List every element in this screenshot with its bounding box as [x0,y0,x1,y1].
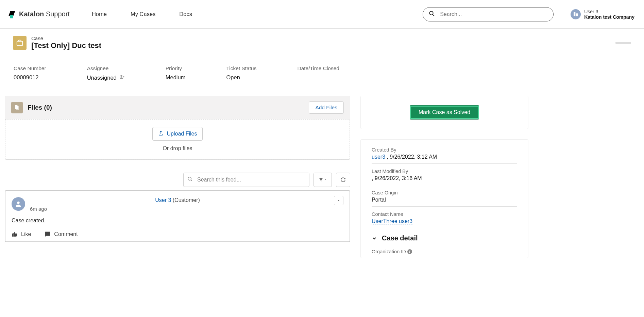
upload-files-button[interactable]: Upload Files [152,127,203,141]
user-name: User 3 [584,9,634,14]
like-button[interactable]: Like [12,231,31,237]
case-heading: Case [Test Only] Duc test [31,35,101,50]
nav-docs[interactable]: Docs [179,11,192,17]
case-detail-toggle[interactable]: Case detail [372,234,517,242]
details-panel: Created By user3 , 9/26/2022, 3:12 AM La… [360,139,528,258]
company-avatar-icon [571,9,581,19]
comment-icon [45,231,51,237]
comment-button[interactable]: Comment [45,231,78,237]
files-icon [11,102,23,113]
user-company: Katalon test Company [584,14,634,20]
nav-home[interactable]: Home [92,11,107,17]
case-title: [Test Only] Duc test [31,41,101,50]
drop-files-text: Or drop files [5,145,350,152]
chevron-down-icon [372,236,377,241]
feed-item: 6m ago User 3 (Customer) Case created. L… [5,190,350,242]
svg-rect-2 [574,12,575,16]
assign-person-icon[interactable] [119,74,125,81]
feed-controls [5,173,350,187]
feed-user: User 3 (Customer) [155,197,200,203]
mark-solved-button[interactable]: Mark Case as Solved [410,106,479,119]
brand-logo[interactable]: Katalon Support [10,10,70,18]
case-header: Case [Test Only] Duc test [0,29,644,50]
user-info: User 3 Katalon test Company [584,9,634,20]
katalon-logo-icon [10,11,16,18]
upload-icon [158,130,164,137]
priority-field: Priority Medium [166,65,186,81]
svg-line-7 [191,180,192,181]
chevron-down-icon [337,199,340,202]
modified-by-row: Last Modified By , 9/26/2022, 3:16 AM [372,169,517,185]
app-header: Katalon Support Home My Cases Docs User … [0,0,644,29]
nav-my-cases[interactable]: My Cases [131,11,155,17]
search-icon [187,176,193,183]
main-content: Files (0) Add Files Upload Files Or drop… [0,90,644,258]
search-icon [429,11,435,18]
feed-refresh-button[interactable] [336,173,350,187]
case-label: Case [31,35,101,41]
global-search [423,7,554,21]
refresh-icon [340,177,346,183]
main-nav: Home My Cases Docs [92,11,192,17]
case-icon [13,36,27,50]
feed-search-input[interactable] [183,173,309,187]
add-files-button[interactable]: Add Files [309,101,344,114]
created-by-row: Created By user3 , 9/26/2022, 3:12 AM [372,147,517,164]
assignee-field: Assignee Unassigned [87,65,125,81]
like-icon [12,231,18,237]
feed-filter-button[interactable] [313,173,332,187]
svg-point-6 [188,177,191,180]
search-input[interactable] [423,7,554,21]
info-icon[interactable]: i [407,249,412,254]
svg-rect-3 [576,13,578,16]
chevron-down-icon [324,178,327,181]
ticket-status-field: Ticket Status Open [226,65,256,81]
contact-name-link[interactable]: UserThree user3 [372,218,412,224]
user-menu[interactable]: User 3 Katalon test Company [571,9,634,20]
feed-timestamp: 6m ago [30,206,47,212]
case-summary: Case Number 00009012 Assignee Unassigned… [0,50,644,90]
feed-item-menu-button[interactable] [334,196,343,205]
feed-search [183,173,309,187]
contact-name-row: Contact Name UserThree user3 [372,211,517,228]
files-title: Files (0) [28,104,52,111]
feed-body: Case created. [12,218,343,224]
svg-line-1 [433,14,434,16]
org-id-row: Organization ID i [372,249,517,254]
filter-icon [319,177,323,182]
feed-user-link[interactable]: User 3 [155,197,171,203]
left-column: Files (0) Add Files Upload Files Or drop… [5,96,350,258]
solved-panel: Mark Case as Solved [360,96,528,129]
header-handle [615,42,631,44]
brand-name: Katalon Support [19,10,70,18]
feed-actions: Like Comment [12,231,343,237]
svg-point-5 [120,75,122,77]
svg-point-0 [429,11,433,15]
svg-rect-4 [17,41,23,45]
case-origin-row: Case Origin Portal [372,190,517,207]
date-closed-field: Date/Time Closed [297,65,339,81]
svg-point-8 [17,202,19,204]
files-header: Files (0) Add Files [5,96,350,119]
files-dropzone[interactable]: Upload Files Or drop files [5,119,350,159]
right-column: Mark Case as Solved Created By user3 , 9… [360,96,528,258]
files-panel: Files (0) Add Files Upload Files Or drop… [5,96,350,160]
case-number-field: Case Number 00009012 [14,65,46,81]
user-avatar-icon [12,197,25,211]
created-by-user-link[interactable]: user3 [372,154,385,160]
